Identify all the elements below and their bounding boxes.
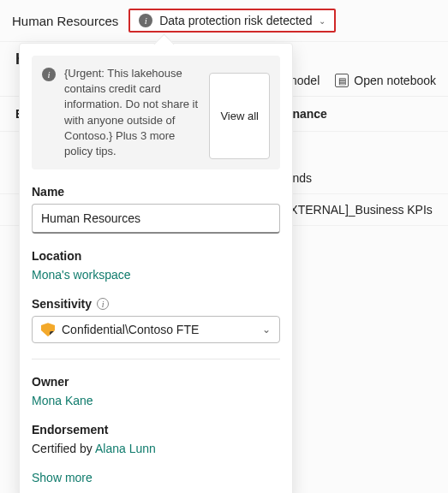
endorsement-value: Certified by Alana Lunn bbox=[32, 442, 280, 455]
risk-label: Data protection risk detected bbox=[159, 14, 312, 27]
sensitivity-value: Confidential\Contoso FTE bbox=[62, 323, 199, 336]
notebook-icon: ▤ bbox=[335, 74, 349, 87]
name-label: Name bbox=[32, 185, 280, 199]
endorsement-label: Endorsement bbox=[32, 423, 280, 437]
owner-label: Owner bbox=[32, 375, 280, 389]
page-title: Human Resources bbox=[12, 14, 118, 28]
info-icon: i bbox=[139, 14, 152, 27]
info-outline-icon[interactable]: i bbox=[97, 298, 109, 310]
policy-tip-box: i {Urgent: This lakehouse contains credi… bbox=[32, 56, 280, 169]
open-notebook-button[interactable]: ▤ Open notebook bbox=[335, 74, 436, 87]
info-icon: i bbox=[42, 68, 56, 81]
chevron-down-icon: ⌄ bbox=[262, 324, 271, 336]
column-finance-header: Finance bbox=[282, 107, 433, 121]
show-more-link[interactable]: Show more bbox=[32, 471, 280, 484]
location-label: Location bbox=[32, 249, 280, 263]
row-business-kpis-cell: EXTERNAL]_Business KPIs bbox=[282, 203, 433, 217]
row-trends-cell: rends bbox=[282, 171, 433, 185]
endorser-link[interactable]: Alana Lunn bbox=[95, 442, 156, 455]
shield-icon bbox=[41, 323, 55, 336]
details-popover: i {Urgent: This lakehouse contains credi… bbox=[19, 43, 293, 493]
risk-detected-button[interactable]: i Data protection risk detected ⌄ bbox=[128, 9, 336, 33]
sensitivity-label: Sensitivity bbox=[32, 297, 92, 311]
name-input[interactable] bbox=[32, 204, 280, 234]
policy-tip-text: {Urgent: This lakehouse contains credit … bbox=[64, 66, 200, 159]
open-notebook-label: Open notebook bbox=[354, 74, 436, 87]
sensitivity-select[interactable]: Confidential\Contoso FTE ⌄ bbox=[32, 316, 280, 343]
location-link[interactable]: Mona's workspace bbox=[32, 268, 280, 282]
owner-link[interactable]: Mona Kane bbox=[32, 394, 280, 407]
chevron-down-icon: ⌄ bbox=[319, 16, 326, 26]
view-all-button[interactable]: View all bbox=[209, 73, 270, 159]
divider bbox=[32, 359, 280, 359]
